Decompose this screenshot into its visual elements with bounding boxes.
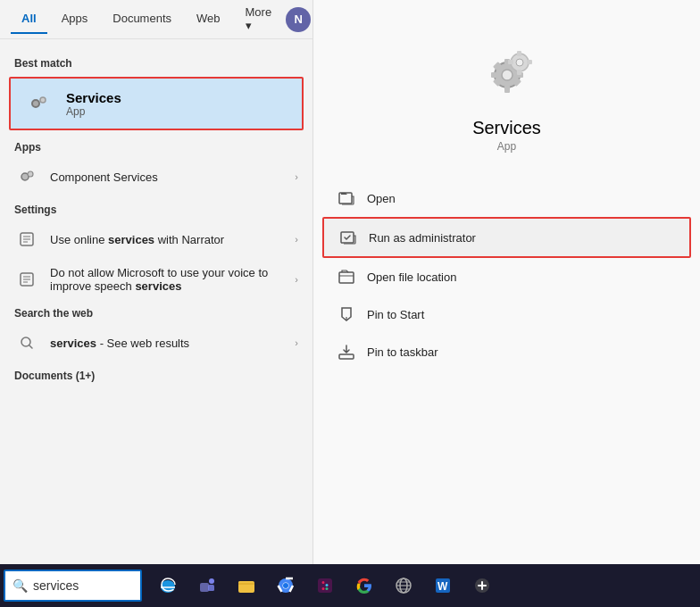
network-icon[interactable] bbox=[385, 567, 422, 604]
narrator-settings-label: Use online services with Narrator bbox=[50, 233, 295, 246]
tab-documents[interactable]: Documents bbox=[102, 4, 182, 34]
run-admin-icon bbox=[338, 228, 358, 247]
svg-point-34 bbox=[283, 583, 288, 588]
web-search-icon bbox=[14, 330, 39, 355]
svg-text:W: W bbox=[438, 580, 448, 593]
best-match-label: Best match bbox=[0, 50, 312, 73]
tab-more[interactable]: More ▾ bbox=[235, 0, 283, 41]
search-web-label: Search the web bbox=[0, 300, 312, 323]
svg-rect-11 bbox=[491, 72, 498, 78]
web-search-item[interactable]: services - See web results › bbox=[0, 323, 312, 362]
apps-section-label: Apps bbox=[0, 134, 312, 157]
right-panel: Services App Open bbox=[312, 0, 700, 564]
open-file-location-action[interactable]: Open file location bbox=[322, 258, 691, 295]
extra-icon[interactable] bbox=[463, 567, 501, 604]
pin-taskbar-icon bbox=[337, 342, 356, 362]
search-results: Best match Services App Apps bbox=[0, 39, 312, 564]
taskbar-icons: W bbox=[149, 567, 501, 604]
avatar[interactable]: N bbox=[286, 7, 311, 32]
settings-section-label: Settings bbox=[0, 196, 312, 220]
action-list: Open Run as administrator bbox=[313, 179, 700, 370]
word-icon[interactable]: W bbox=[424, 567, 462, 604]
svg-point-29 bbox=[209, 578, 214, 584]
component-services-icon bbox=[14, 164, 39, 189]
tab-all[interactable]: All bbox=[11, 4, 47, 34]
component-services-label: Component Services bbox=[50, 170, 295, 184]
open-label: Open bbox=[367, 192, 396, 205]
svg-rect-26 bbox=[339, 354, 354, 359]
svg-rect-30 bbox=[208, 585, 214, 591]
teams-icon[interactable] bbox=[188, 567, 226, 604]
voice-settings-icon bbox=[14, 267, 39, 292]
app-name-large: Services bbox=[472, 118, 541, 138]
web-search-label: services - See web results bbox=[50, 337, 295, 350]
voice-settings-label: Do not allow Microsoft to use your voice… bbox=[50, 266, 295, 293]
svg-rect-20 bbox=[517, 70, 521, 75]
svg-point-0 bbox=[32, 100, 39, 107]
svg-rect-19 bbox=[517, 51, 521, 56]
taskbar-search-box[interactable]: 🔍 bbox=[4, 570, 142, 602]
pin-start-label: Pin to Start bbox=[367, 308, 424, 321]
open-icon bbox=[337, 188, 356, 208]
file-location-icon bbox=[337, 267, 356, 287]
app-type-label: App bbox=[497, 140, 516, 153]
svg-rect-25 bbox=[339, 272, 354, 283]
taskbar: 🔍 bbox=[0, 564, 700, 607]
svg-point-8 bbox=[502, 70, 512, 80]
open-file-location-label: Open file location bbox=[367, 270, 456, 284]
app-icon-large bbox=[471, 36, 543, 107]
tabs-bar: All Apps Documents Web More ▾ N ··· ✕ bbox=[0, 0, 312, 39]
narrator-settings-item[interactable]: Use online services with Narrator › bbox=[0, 220, 312, 259]
narrator-settings-icon bbox=[14, 227, 39, 252]
pin-start-icon bbox=[337, 304, 356, 324]
start-menu: All Apps Documents Web More ▾ N ··· ✕ Be… bbox=[0, 0, 700, 564]
svg-point-1 bbox=[40, 97, 46, 103]
services-app-icon bbox=[23, 87, 55, 120]
pin-start-action[interactable]: Pin to Start bbox=[322, 295, 691, 333]
best-match-item[interactable]: Services App bbox=[9, 77, 304, 130]
pin-taskbar-label: Pin to taskbar bbox=[367, 345, 438, 359]
svg-rect-21 bbox=[508, 60, 513, 64]
run-admin-action[interactable]: Run as administrator bbox=[322, 217, 691, 258]
best-match-text: Services App bbox=[66, 90, 121, 118]
best-match-title: Services bbox=[66, 90, 121, 105]
documents-section-label: Documents (1+) bbox=[0, 362, 312, 386]
narrator-settings-arrow: › bbox=[295, 234, 298, 245]
left-panel: All Apps Documents Web More ▾ N ··· ✕ Be… bbox=[0, 0, 312, 564]
svg-point-3 bbox=[28, 171, 33, 177]
taskbar-search-icon: 🔍 bbox=[12, 578, 28, 593]
google-icon[interactable] bbox=[346, 567, 383, 604]
best-match-subtitle: App bbox=[66, 105, 121, 118]
edge-icon[interactable] bbox=[149, 567, 187, 604]
slack-icon[interactable] bbox=[306, 567, 344, 604]
run-admin-label: Run as administrator bbox=[369, 231, 476, 245]
pin-taskbar-action[interactable]: Pin to taskbar bbox=[322, 333, 691, 370]
tab-web[interactable]: Web bbox=[186, 4, 231, 34]
svg-point-18 bbox=[516, 59, 523, 66]
svg-rect-22 bbox=[527, 60, 532, 64]
chrome-icon[interactable] bbox=[267, 567, 304, 604]
svg-rect-35 bbox=[318, 578, 332, 593]
svg-rect-10 bbox=[504, 86, 510, 93]
voice-settings-arrow: › bbox=[295, 274, 298, 285]
explorer-icon[interactable] bbox=[228, 567, 265, 604]
voice-settings-item[interactable]: Do not allow Microsoft to use your voice… bbox=[0, 259, 312, 300]
svg-rect-28 bbox=[200, 583, 209, 592]
component-services-arrow: › bbox=[295, 171, 298, 182]
taskbar-search-input[interactable] bbox=[33, 578, 133, 593]
web-search-arrow: › bbox=[295, 337, 298, 348]
component-services-item[interactable]: Component Services › bbox=[0, 157, 312, 196]
open-action[interactable]: Open bbox=[322, 179, 691, 217]
tab-apps[interactable]: Apps bbox=[51, 4, 99, 34]
